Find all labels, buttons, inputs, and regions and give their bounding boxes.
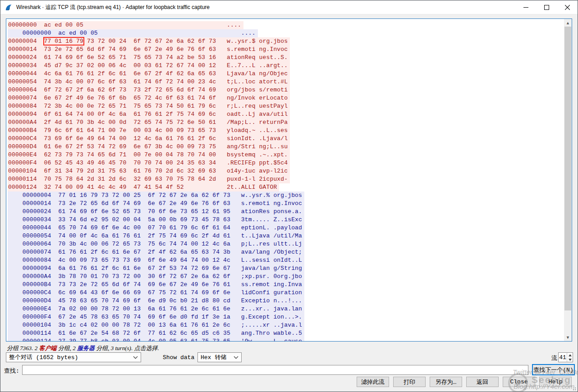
hex-row[interactable]: 00000074 6e 67 2f 49 6e 76 6f 6b 65 72 4…	[8, 94, 564, 102]
hex-row[interactable]: 00000044 65 70 74 69 6f 6e 4c 00 07 70 6…	[8, 224, 564, 232]
hex-row[interactable]: 00000044 4c 6a 61 76 61 2f 6c 61 6e 67 2…	[8, 70, 564, 78]
hex-row-text: 000000A4 3b 78 70 01 70 73 72 00 30 6f 7…	[8, 273, 304, 281]
hex-row[interactable]: 000000F4 06 52 45 43 49 46 45 70 70 70 7…	[8, 159, 564, 167]
hex-row[interactable]: 00000104 6f 31 34 79 2d 31 75 63 61 76 7…	[8, 167, 564, 175]
help-button[interactable]: Help	[539, 377, 572, 387]
hex-row[interactable]: 00000064 6f 72 67 2f 6a 62 6f 73 73 2f 7…	[8, 86, 564, 94]
hex-row-text: 00000094 6f 61 64 74 00 0f 4c 6a 61 76 6…	[8, 110, 290, 119]
hex-row-text: 00000074 6e 67 2f 49 6e 76 6f 6b 65 72 4…	[8, 94, 290, 102]
scroll-up-arrow-icon[interactable]: ▲	[564, 19, 572, 27]
print-button[interactable]: 打印	[393, 377, 426, 387]
hex-row[interactable]: 00000124 32 74 00 09 41 4c 4c 49 47 41 5…	[8, 183, 564, 191]
scrollbar-thumb[interactable]	[564, 27, 571, 310]
title-bar: Wireshark · 追踪 TCP 流 (tcp.stream eq 41) …	[0, 0, 578, 14]
hex-row-text: 00000124 32 74 00 09 41 4c 4c 49 47 41 5…	[8, 183, 279, 191]
hex-row-text: 00000054 74 00 0f 4c 6a 61 76 61 2f 75 7…	[8, 232, 304, 240]
hex-row[interactable]: 00000004 77 01 16 79 73 72 00 25 6f 72 6…	[8, 191, 564, 200]
hex-row[interactable]: 00000034 33 74 6d e2 95 02 00 04 5a 00 0…	[8, 216, 564, 224]
find-input[interactable]	[22, 365, 528, 375]
minimize-button[interactable]	[515, 0, 536, 14]
hex-row-text: 000000C4 73 69 6f 6e 49 64 74 00 12 4c 6…	[8, 135, 290, 143]
close-button[interactable]: Close	[503, 377, 535, 387]
hex-row[interactable]: 00000094 6f 61 64 74 00 0f 4c 6a 61 76 6…	[8, 110, 564, 119]
dialog-button-row: 滤掉此流 打印 另存为… 返回 Close Help	[357, 377, 572, 387]
hex-row-text: 000000E4 7a 02 00 00 78 72 00 13 6a 61 7…	[8, 305, 304, 313]
hex-row[interactable]: 000000C4 6c 69 64 43 6f 6e 66 69 67 75 7…	[8, 289, 564, 297]
hex-row[interactable]: 00000000 ac ed 00 05 ....	[8, 29, 564, 37]
hex-row[interactable]: 000000E4 7a 02 00 00 78 72 00 13 6a 61 7…	[8, 305, 564, 313]
hex-row-text: 00000004 77 01 16 79 73 72 00 24 6f 72 6…	[8, 37, 290, 46]
hex-row[interactable]: 00000014 73 2e 72 65 6d 6f 74 69 6e 67 2…	[8, 200, 564, 208]
spinner-down-icon[interactable]	[567, 357, 573, 362]
hex-row-text: 000000F4 67 2e 45 78 63 65 70 74 69 6f 6…	[8, 313, 304, 321]
status-prefix: 分组 7363. 2	[7, 345, 39, 351]
hex-row[interactable]: 000000B4 73 73 2e 72 65 6d 6f 74 69 6e 6…	[8, 281, 564, 289]
hex-row[interactable]: 00000064 70 3b 4c 00 06 72 65 73 75 6c 7…	[8, 240, 564, 248]
spinner-arrows[interactable]	[567, 353, 573, 362]
hex-row[interactable]: 00000000 ac ed 00 05 ....	[8, 21, 564, 29]
hex-row-text: 00000114 70 75 78 64 2d 31 2d 6c 32 69 6…	[8, 175, 290, 183]
hex-dump: 00000000 ac ed 00 05 .... 00000000 ac ed…	[6, 19, 564, 341]
window-controls	[515, 0, 578, 14]
hex-row-text: 00000034 45 d7 9c 37 02 00 06 4c 00 03 6…	[8, 62, 290, 70]
hex-row-text: 00000104 6f 31 34 79 2d 31 75 63 61 76 7…	[8, 167, 290, 175]
hex-row[interactable]: 00000014 73 2e 72 65 6d 6f 74 69 6e 67 2…	[8, 46, 564, 54]
hex-row[interactable]: 000000F4 67 2e 45 78 63 65 70 74 69 6f 6…	[8, 313, 564, 321]
close-window-button[interactable]	[557, 0, 578, 14]
hex-row-text: 000000B4 79 6c 6f 61 64 71 00 7e 00 03 4…	[8, 127, 290, 135]
hex-row-text: 00000004 77 01 16 79 73 72 00 25 6f 72 6…	[8, 191, 304, 200]
vertical-scrollbar[interactable]: ▲ ▼	[564, 19, 572, 341]
hex-row-text: 000000F4 06 52 45 43 49 46 45 70 70 70 7…	[8, 159, 290, 167]
hex-row[interactable]: 000000A4 3b 78 70 01 70 73 72 00 30 6f 7…	[8, 273, 564, 281]
scroll-down-arrow-icon[interactable]: ▼	[564, 333, 572, 341]
hex-row[interactable]: 000000D4 45 78 63 65 70 74 69 6f 6e d9 0…	[8, 297, 564, 305]
hex-row-text: 00000064 70 3b 4c 00 06 72 65 73 75 6c 7…	[8, 240, 304, 248]
hex-row[interactable]: 00000124 27 39 77 b8 cb 03 00 04 4c 00 0…	[8, 337, 564, 341]
hex-row-text: 00000064 6f 72 67 2f 6a 62 6f 73 73 2f 7…	[8, 86, 290, 94]
hex-row[interactable]: 00000024 61 74 69 6f 6e 52 65 71 75 65 7…	[8, 54, 564, 62]
hex-row[interactable]: 000000A4 2f 4d 61 70 3b 4c 00 0d 72 65 7…	[8, 119, 564, 127]
save-as-button[interactable]: 另存为…	[430, 377, 462, 387]
stream-number-spinner[interactable]: 41	[558, 352, 573, 362]
hex-row-text: 00000000 ac ed 00 05 ....	[8, 21, 243, 29]
find-next-button[interactable]: 查找下一个(N)	[532, 364, 575, 375]
hex-row[interactable]: 000000C4 73 69 6f 6e 49 64 74 00 12 4c 6…	[8, 135, 564, 143]
hex-row[interactable]: 00000084 72 3b 4c 00 0e 72 65 71 75 65 7…	[8, 102, 564, 110]
hex-row[interactable]: 000000D4 61 6e 67 2f 53 74 72 69 6e 67 3…	[8, 143, 564, 151]
hex-row[interactable]: 000000E4 62 73 79 73 74 65 6d 71 00 7e 0…	[8, 151, 564, 159]
selected-bytes-box: 77 01 16 79	[44, 38, 83, 45]
status-suffix: 分组, 3 turn(s). 点击选择.	[95, 345, 159, 351]
data-format-select[interactable]: Hex 转储	[197, 352, 242, 362]
hex-row[interactable]: 00000114 61 6e 67 2e 54 68 72 6f 77 61 6…	[8, 329, 564, 337]
hex-row[interactable]: 00000114 70 75 78 64 2d 31 2d 6c 32 69 6…	[8, 175, 564, 183]
hex-row-text: 000000D4 61 6e 67 2f 53 74 72 69 6e 67 3…	[8, 143, 290, 151]
find-label: 查找:	[4, 367, 19, 375]
hex-row-text: 00000054 74 3b 4c 00 07 6c 6f 63 61 74 6…	[8, 78, 290, 86]
hex-row[interactable]: 00000074 61 76 61 2f 6c 61 6e 67 2f 4f 6…	[8, 248, 564, 256]
hex-row-text: 00000024 61 74 69 6f 6e 52 65 73 70 6f 6…	[8, 208, 304, 216]
hex-row[interactable]: 00000004 77 01 16 79 73 72 00 24 6f 72 6…	[8, 37, 564, 46]
hex-row-text: 00000014 73 2e 72 65 6d 6f 74 69 6e 67 2…	[8, 200, 304, 208]
hex-row[interactable]: 00000054 74 3b 4c 00 07 6c 6f 63 61 74 6…	[8, 78, 564, 86]
hex-row-text: 000000E4 62 73 79 73 74 65 6d 71 00 7e 0…	[8, 151, 290, 159]
conversation-select-value: 整个对话 (1652 bytes)	[9, 353, 78, 361]
maximize-button[interactable]	[536, 0, 557, 14]
chevron-down-icon	[133, 356, 138, 359]
hex-row[interactable]: 00000054 74 00 0f 4c 6a 61 76 61 2f 75 7…	[8, 232, 564, 240]
hex-row[interactable]: 000000B4 79 6c 6f 61 64 71 00 7e 00 03 4…	[8, 127, 564, 135]
conversation-select[interactable]: 整个对话 (1652 bytes)	[6, 352, 141, 362]
hex-row[interactable]: 00000104 3b 1c c4 02 00 00 78 72 00 13 6…	[8, 321, 564, 329]
hex-row-text: 00000084 4c 00 09 73 65 73 73 69 6f 6e 4…	[8, 256, 304, 264]
window-title: Wireshark · 追踪 TCP 流 (tcp.stream eq 41) …	[16, 4, 210, 11]
hex-row[interactable]: 00000084 4c 00 09 73 65 73 73 69 6f 6e 4…	[8, 256, 564, 264]
spinner-up-icon[interactable]	[567, 353, 573, 357]
hex-row[interactable]: 00000094 6a 61 76 61 2f 6c 61 6e 67 2f 5…	[8, 264, 564, 273]
hex-row[interactable]: 00000034 45 d7 9c 37 02 00 06 4c 00 03 6…	[8, 62, 564, 70]
wireshark-follow-tcp-stream-window: Wireshark · 追踪 TCP 流 (tcp.stream eq 41) …	[0, 0, 578, 392]
hex-row[interactable]: 00000024 61 74 69 6f 6e 52 65 73 70 6f 6…	[8, 208, 564, 216]
stream-number-value: 41	[559, 353, 567, 362]
hex-row-text: 00000114 61 6e 67 2e 54 68 72 6f 77 61 6…	[8, 329, 304, 337]
stream-statistics: 分组 7363. 2 客户端 分组, 2 服务器 分组, 3 turn(s). …	[7, 344, 159, 352]
filter-out-stream-button[interactable]: 滤掉此流	[357, 377, 389, 387]
back-button[interactable]: 返回	[466, 377, 499, 387]
